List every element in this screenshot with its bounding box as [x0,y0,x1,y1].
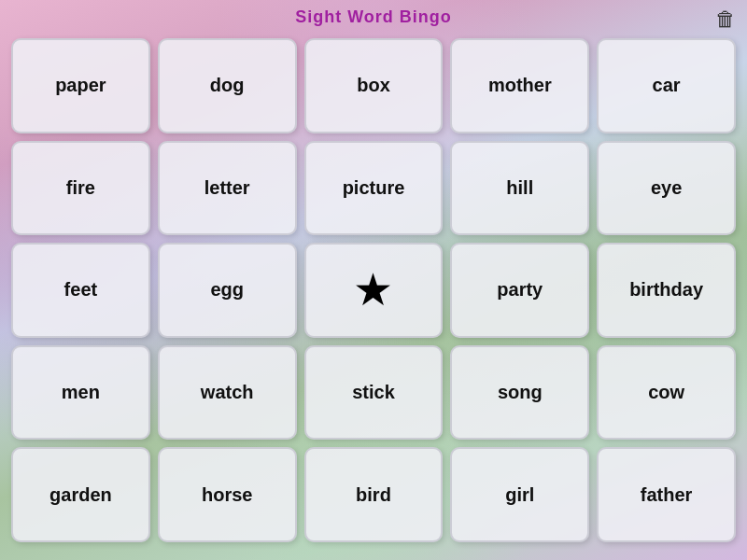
card-word-15: men [62,382,100,403]
card-word-16: watch [201,382,254,403]
card-word-18: song [498,382,543,403]
bingo-card-10[interactable]: feet [11,243,150,338]
card-word-10: feet [64,279,98,301]
bingo-grid: paperdogboxmothercarfireletterpicturehil… [0,31,747,553]
star-symbol: ★ [353,268,393,313]
bingo-card-24[interactable]: father [597,447,736,542]
card-word-14: birthday [629,279,703,301]
bingo-card-0[interactable]: paper [11,38,150,133]
card-word-0: paper [55,75,106,96]
card-word-23: girl [505,484,534,506]
bingo-card-9[interactable]: eye [597,141,736,236]
bingo-card-14[interactable]: birthday [597,243,736,338]
bingo-card-12[interactable]: ★ [304,243,444,338]
bingo-card-22[interactable]: bird [304,447,444,542]
card-word-19: cow [648,382,684,403]
card-word-5: fire [66,177,95,199]
bingo-card-13[interactable]: party [450,243,589,338]
bingo-card-3[interactable]: mother [450,38,589,133]
trash-icon[interactable]: 🗑 [715,7,736,32]
card-word-17: stick [352,382,395,403]
bingo-card-19[interactable]: cow [597,345,736,441]
card-word-24: father [641,484,693,506]
bingo-card-16[interactable]: watch [158,345,297,441]
bingo-card-23[interactable]: girl [450,447,589,542]
card-word-21: horse [202,484,252,506]
bingo-card-21[interactable]: horse [158,447,297,542]
bingo-card-2[interactable]: box [304,38,444,133]
bingo-card-15[interactable]: men [11,345,150,441]
title-bar: Sight Word Bingo 🗑 [0,0,747,31]
page-title: Sight Word Bingo [295,7,452,26]
bingo-card-4[interactable]: car [597,38,736,133]
card-word-8: hill [506,177,533,199]
card-word-13: party [497,279,543,301]
bingo-card-1[interactable]: dog [158,38,297,133]
bingo-card-20[interactable]: garden [11,447,150,542]
card-word-4: car [653,75,681,96]
card-word-11: egg [210,279,244,301]
bingo-card-17[interactable]: stick [304,345,444,441]
bingo-card-6[interactable]: letter [158,141,297,236]
card-word-2: box [357,75,390,96]
bingo-card-5[interactable]: fire [11,141,150,236]
card-word-1: dog [210,75,245,96]
card-word-3: mother [488,75,552,96]
card-word-20: garden [49,484,112,506]
bingo-card-7[interactable]: picture [304,141,444,236]
bingo-card-18[interactable]: song [450,345,589,441]
bingo-card-8[interactable]: hill [450,141,589,236]
card-word-22: bird [356,484,391,506]
card-word-9: eye [651,177,682,199]
bingo-card-11[interactable]: egg [158,243,297,338]
card-word-6: letter [204,177,250,199]
card-word-7: picture [343,177,405,199]
